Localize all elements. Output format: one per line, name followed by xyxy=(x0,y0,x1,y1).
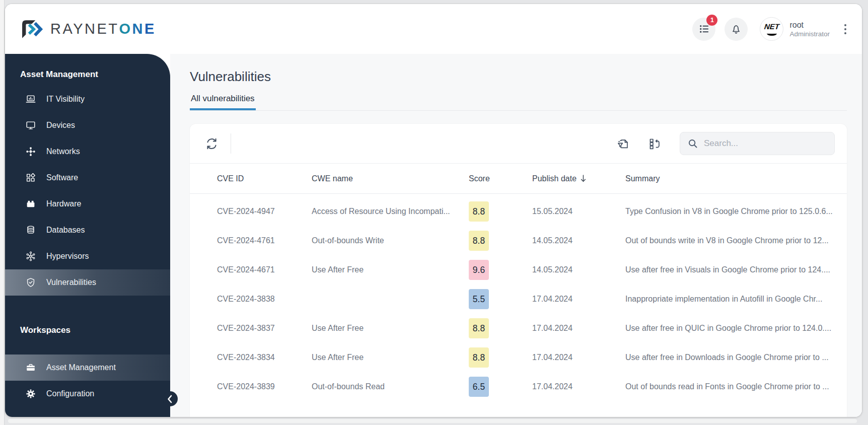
tab-all-vulnerabilities[interactable]: All vulnerabilities xyxy=(190,94,256,110)
search-input[interactable] xyxy=(704,138,827,149)
user-name: root xyxy=(789,20,830,30)
raynet-logomark-icon xyxy=(20,19,44,40)
cell-cwe-name: Out-of-bounds Write xyxy=(312,236,469,245)
column-header-cwe-name[interactable]: CWE name xyxy=(312,174,469,183)
sidebar-item-vulnerabilities[interactable]: Vulnerabilities xyxy=(5,269,170,296)
cell-publish-date: 14.05.2024 xyxy=(532,265,625,274)
score-badge: 8.8 xyxy=(469,347,489,368)
search-icon xyxy=(687,138,698,149)
sidebar-item-hardware[interactable]: Hardware xyxy=(5,191,170,217)
cell-cve-id: CVE-2024-3838 xyxy=(217,295,312,304)
page-title: Vulnerabilities xyxy=(190,69,847,85)
cell-cve-id: CVE-2024-4947 xyxy=(217,207,312,216)
cell-score: 6.5 xyxy=(469,377,532,397)
sidebar-item-networks[interactable]: Networks xyxy=(5,138,170,165)
sidebar-item-configuration[interactable]: Configuration xyxy=(5,381,170,407)
cell-cve-id: CVE-2024-3839 xyxy=(217,382,312,391)
column-header-cve-id[interactable]: CVE ID xyxy=(217,174,312,183)
user-menu[interactable]: NET root Administrator xyxy=(760,17,830,41)
sidebar-item-it-visibility[interactable]: IT Visibility xyxy=(5,86,170,112)
column-chooser-button[interactable] xyxy=(648,137,662,151)
cell-publish-date: 14.05.2024 xyxy=(532,236,625,245)
cell-publish-date: 15.05.2024 xyxy=(532,207,625,216)
cell-cve-id: CVE-2024-3834 xyxy=(217,353,312,362)
software-boxes-icon xyxy=(25,172,36,183)
table-row[interactable]: CVE-2024-3839 Out-of-bounds Read 6.5 17.… xyxy=(190,372,847,401)
column-header-summary[interactable]: Summary xyxy=(625,174,847,183)
sidebar-item-label: Configuration xyxy=(46,389,94,398)
brand-wordmark: RAYNETONE xyxy=(50,21,156,37)
sidebar-item-software[interactable]: Software xyxy=(5,165,170,191)
table-body: CVE-2024-4947 Access of Resource Using I… xyxy=(190,194,847,401)
score-badge: 8.8 xyxy=(469,201,489,222)
sidebar-item-asset-management[interactable]: Asset Management xyxy=(5,355,170,381)
table-row[interactable]: CVE-2024-4671 Use After Free 9.6 14.05.2… xyxy=(190,255,847,285)
top-header-bar: RAYNETONE 1 xyxy=(5,4,862,54)
cell-cwe-name: Out-of-bounds Read xyxy=(312,382,469,391)
sidebar-item-label: Asset Management xyxy=(46,363,116,372)
main-content: Vulnerabilities All vulnerabilities xyxy=(170,54,862,417)
export-filtered-button[interactable] xyxy=(616,137,630,151)
sidebar-item-label: Databases xyxy=(46,226,85,235)
horizontal-scrollbar[interactable] xyxy=(8,419,857,423)
sidebar-section-title: Asset Management xyxy=(20,69,170,80)
score-badge: 5.5 xyxy=(469,289,489,309)
sidebar-item-label: Hardware xyxy=(46,199,81,208)
briefcase-icon xyxy=(25,362,36,373)
refresh-button[interactable] xyxy=(205,137,219,151)
table-toolbar xyxy=(190,124,847,164)
cell-summary: Inappropriate implementation in Autofill… xyxy=(625,295,847,304)
cell-summary: Use after free in QUIC in Google Chrome … xyxy=(625,324,847,333)
notifications-button[interactable] xyxy=(725,18,748,41)
user-avatar: NET xyxy=(760,17,783,41)
monitor-icon xyxy=(25,120,36,131)
table-row[interactable]: CVE-2024-3834 Use After Free 8.8 17.04.2… xyxy=(190,343,847,372)
table-row[interactable]: CVE-2024-3838 5.5 17.04.2024 Inappropria… xyxy=(190,285,847,314)
notification-count-badge: 1 xyxy=(706,15,717,26)
cell-publish-date: 17.04.2024 xyxy=(532,295,625,304)
sidebar-item-databases[interactable]: Databases xyxy=(5,217,170,243)
cell-score: 8.8 xyxy=(469,347,532,368)
kebab-menu-icon xyxy=(844,23,847,35)
score-badge: 9.6 xyxy=(469,260,489,280)
cell-cwe-name: Access of Resource Using Incompati... xyxy=(312,207,469,216)
table-row[interactable]: CVE-2024-4761 Out-of-bounds Write 8.8 14… xyxy=(190,226,847,255)
gear-icon xyxy=(25,388,36,399)
database-icon xyxy=(25,225,36,236)
sidebar-item-hypervisors[interactable]: Hypervisors xyxy=(5,243,170,269)
table-row[interactable]: CVE-2024-4947 Access of Resource Using I… xyxy=(190,197,847,226)
more-options-button[interactable] xyxy=(844,23,847,35)
sidebar-item-label: Devices xyxy=(46,121,75,130)
sidebar-section: Workspaces Asset Management Configuratio… xyxy=(5,325,170,407)
screen: RAYNETONE 1 xyxy=(0,0,868,425)
cell-summary: Use after free in Downloads in Google Ch… xyxy=(625,353,847,362)
cell-publish-date: 17.04.2024 xyxy=(532,382,625,391)
cell-score: 8.8 xyxy=(469,231,532,251)
laptop-chart-icon xyxy=(25,94,36,105)
cell-publish-date: 17.04.2024 xyxy=(532,324,625,333)
sidebar-item-label: Vulnerabilities xyxy=(46,278,96,287)
sidebar-collapse-button[interactable] xyxy=(163,391,178,406)
column-header-score[interactable]: Score xyxy=(469,174,532,183)
table-row[interactable]: CVE-2024-3837 Use After Free 8.8 17.04.2… xyxy=(190,314,847,343)
column-header-publish-date[interactable]: Publish date xyxy=(532,174,625,183)
shield-check-icon xyxy=(25,277,36,288)
avatar-text: NET xyxy=(764,22,780,31)
column-chooser-icon xyxy=(648,137,662,151)
cell-cve-id: CVE-2024-4761 xyxy=(217,236,312,245)
header-actions: 1 NET root Administrator xyxy=(692,17,847,41)
sidebar-item-devices[interactable]: Devices xyxy=(5,112,170,138)
network-icon xyxy=(25,146,36,157)
cell-cwe-name: Use After Free xyxy=(312,324,469,333)
sidebar-navigation: Asset Management IT Visibility Devices N… xyxy=(5,54,170,417)
raynet-one-logo[interactable]: RAYNETONE xyxy=(20,19,156,40)
cell-cwe-name: Use After Free xyxy=(312,265,469,274)
vulnerabilities-table-card: CVE ID CWE name Score Publish date Summa… xyxy=(190,124,847,417)
search-box xyxy=(680,132,835,155)
sidebar-section-title: Workspaces xyxy=(20,325,170,336)
task-list-button[interactable]: 1 xyxy=(692,18,715,41)
cell-summary: Use after free in Visuals in Google Chro… xyxy=(625,265,847,274)
cell-cve-id: CVE-2024-4671 xyxy=(217,265,312,274)
cell-publish-date: 17.04.2024 xyxy=(532,353,625,362)
sidebar-item-label: Hypervisors xyxy=(46,252,89,261)
